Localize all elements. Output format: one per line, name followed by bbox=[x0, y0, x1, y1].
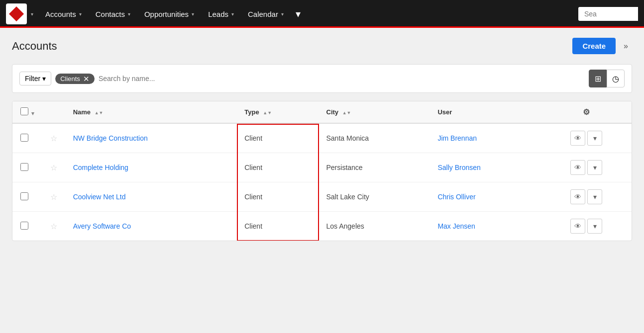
account-name-link[interactable]: Complete Holding bbox=[73, 164, 128, 171]
grid-icon: ⊞ bbox=[595, 74, 601, 83]
filter-caret-icon: ▾ bbox=[42, 75, 46, 83]
th-checkbox: ▾ bbox=[12, 101, 42, 123]
row-city-cell: Persistance bbox=[319, 153, 430, 182]
row-actions-cell: 👁 ▾ bbox=[541, 182, 632, 212]
eye-icon: 👁 bbox=[574, 134, 581, 142]
row-actions-dropdown-button[interactable]: ▾ bbox=[587, 219, 602, 234]
row-checkbox-cell bbox=[12, 212, 42, 241]
leads-caret: ▾ bbox=[231, 11, 234, 17]
header-actions: Create » bbox=[572, 38, 632, 54]
account-user-link[interactable]: Jim Brennan bbox=[437, 134, 477, 142]
th-star bbox=[42, 101, 65, 123]
row-star-cell: ☆ bbox=[42, 212, 65, 241]
nav-contacts[interactable]: Contacts ▾ bbox=[89, 0, 137, 28]
account-name-link[interactable]: NW Bridge Construction bbox=[73, 134, 148, 142]
row-checkbox-cell bbox=[12, 153, 42, 182]
th-name[interactable]: Name ▲▼ bbox=[65, 101, 237, 123]
favorite-star-icon[interactable]: ☆ bbox=[50, 193, 57, 201]
filter-tag-close-icon[interactable]: ✕ bbox=[83, 75, 90, 83]
row-user-cell: Sally Bronsen bbox=[429, 153, 541, 182]
grid-view-button[interactable]: ⊞ bbox=[589, 70, 607, 87]
row-type-cell: Client bbox=[236, 123, 318, 153]
clock-icon: ◷ bbox=[612, 74, 619, 83]
account-name-link[interactable]: Coolview Net Ltd bbox=[73, 193, 126, 201]
row-user-cell: Chris Olliver bbox=[429, 182, 541, 212]
filter-button[interactable]: Filter ▾ bbox=[19, 72, 51, 85]
row-checkbox[interactable] bbox=[20, 134, 28, 142]
favorite-star-icon[interactable]: ☆ bbox=[50, 134, 57, 143]
th-caret[interactable]: ▾ bbox=[31, 110, 34, 116]
nav-leads[interactable]: Leads ▾ bbox=[201, 0, 241, 28]
view-toggle: ⊞ ◷ bbox=[589, 70, 625, 87]
nav-more-button[interactable]: ▾ bbox=[291, 8, 306, 20]
nav-calendar[interactable]: Calendar ▾ bbox=[241, 0, 291, 28]
table-row: ☆ Avery Software Co Client Los Angeles M… bbox=[12, 212, 632, 241]
filter-bar: Filter ▾ Clients ✕ ⊞ ◷ bbox=[12, 64, 632, 93]
calendar-caret: ▾ bbox=[281, 11, 284, 17]
table-row: ☆ NW Bridge Construction Client Santa Mo… bbox=[12, 123, 632, 153]
th-city[interactable]: City ▲▼ bbox=[319, 101, 430, 123]
account-city: Salt Lake City bbox=[326, 193, 369, 201]
logo-dropdown-caret[interactable]: ▾ bbox=[31, 11, 33, 17]
eye-icon: 👁 bbox=[574, 164, 581, 171]
row-actions-dropdown-button[interactable]: ▾ bbox=[587, 160, 602, 175]
favorite-star-icon[interactable]: ☆ bbox=[50, 164, 57, 172]
account-city: Los Angeles bbox=[326, 222, 364, 230]
dropdown-caret-icon: ▾ bbox=[593, 222, 597, 230]
row-checkbox[interactable] bbox=[20, 222, 28, 230]
table-row: ☆ Complete Holding Client Persistance Sa… bbox=[12, 153, 632, 182]
eye-icon: 👁 bbox=[574, 193, 581, 201]
name-sort-icon: ▲▼ bbox=[95, 110, 104, 115]
search-input[interactable] bbox=[99, 75, 585, 83]
row-name-cell: Avery Software Co bbox=[65, 212, 237, 241]
table-row: ☆ Coolview Net Ltd Client Salt Lake City… bbox=[12, 182, 632, 212]
row-star-cell: ☆ bbox=[42, 182, 65, 212]
row-city-cell: Santa Monica bbox=[319, 123, 430, 153]
dropdown-caret-icon: ▾ bbox=[593, 193, 597, 201]
account-type: Client bbox=[244, 164, 262, 171]
view-record-button[interactable]: 👁 bbox=[570, 219, 585, 234]
row-actions-cell: 👁 ▾ bbox=[541, 153, 632, 182]
row-actions-dropdown-button[interactable]: ▾ bbox=[587, 189, 602, 204]
row-type-cell: Client bbox=[236, 182, 318, 212]
contacts-caret: ▾ bbox=[128, 11, 130, 17]
table-header-row: ▾ Name ▲▼ Type ▲▼ City ▲▼ User bbox=[12, 101, 632, 123]
row-checkbox-cell bbox=[12, 182, 42, 212]
account-city: Persistance bbox=[326, 164, 363, 171]
th-type[interactable]: Type ▲▼ bbox=[236, 101, 318, 123]
row-name-cell: NW Bridge Construction bbox=[65, 123, 237, 153]
account-user-link[interactable]: Chris Olliver bbox=[437, 193, 475, 201]
favorite-star-icon[interactable]: ☆ bbox=[50, 222, 57, 231]
nav-search-input[interactable] bbox=[578, 7, 638, 21]
row-actions-cell: 👁 ▾ bbox=[541, 123, 632, 153]
row-checkbox-cell bbox=[12, 123, 42, 153]
create-button[interactable]: Create bbox=[572, 38, 616, 54]
city-sort-icon: ▲▼ bbox=[342, 110, 351, 115]
account-name-link[interactable]: Avery Software Co bbox=[73, 222, 131, 230]
row-user-cell: Max Jensen bbox=[429, 212, 541, 241]
expand-button[interactable]: » bbox=[620, 40, 632, 53]
clock-view-button[interactable]: ◷ bbox=[607, 70, 625, 87]
nav-opportunities[interactable]: Opportunities ▾ bbox=[137, 0, 201, 28]
row-checkbox[interactable] bbox=[20, 163, 28, 171]
row-actions-dropdown-button[interactable]: ▾ bbox=[587, 131, 602, 146]
accounts-caret: ▾ bbox=[79, 11, 82, 17]
view-record-button[interactable]: 👁 bbox=[570, 131, 585, 146]
account-type: Client bbox=[244, 193, 262, 201]
row-star-cell: ☆ bbox=[42, 123, 65, 153]
view-record-button[interactable]: 👁 bbox=[570, 160, 585, 175]
row-checkbox[interactable] bbox=[20, 192, 28, 200]
account-user-link[interactable]: Max Jensen bbox=[437, 222, 475, 230]
row-name-cell: Complete Holding bbox=[65, 153, 237, 182]
dropdown-caret-icon: ▾ bbox=[593, 164, 597, 171]
nav-accounts[interactable]: Accounts ▾ bbox=[38, 0, 89, 28]
account-user-link[interactable]: Sally Bronsen bbox=[437, 164, 480, 171]
eye-icon: 👁 bbox=[574, 222, 581, 230]
th-user: User bbox=[429, 101, 541, 123]
row-city-cell: Los Angeles bbox=[319, 212, 430, 241]
row-type-cell: Client bbox=[236, 153, 318, 182]
select-all-checkbox[interactable] bbox=[20, 107, 28, 115]
view-record-button[interactable]: 👁 bbox=[570, 189, 585, 204]
th-settings[interactable]: ⚙ bbox=[541, 101, 632, 123]
app-logo[interactable] bbox=[6, 3, 27, 24]
